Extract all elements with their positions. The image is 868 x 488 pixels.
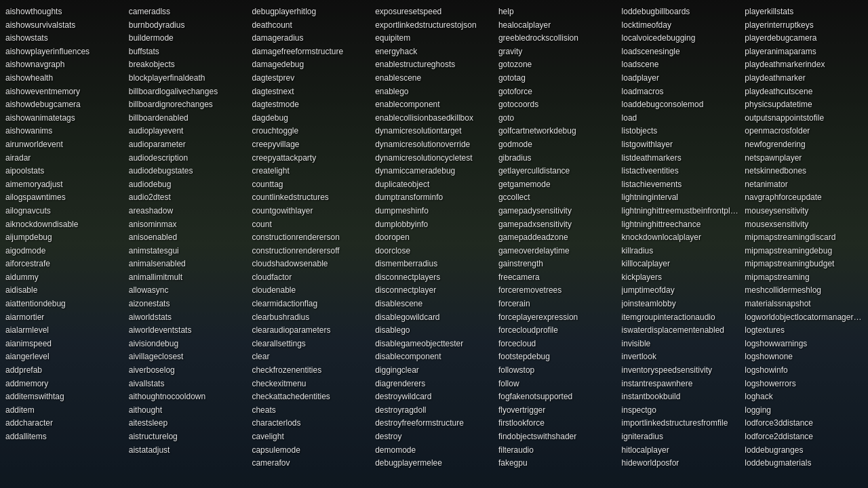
- console-command[interactable]: animstatesgui: [129, 245, 247, 258]
- console-command[interactable]: aiworldstats: [129, 311, 247, 324]
- console-command[interactable]: billboardenabled: [129, 112, 247, 125]
- console-command[interactable]: constructionrenderersoff: [252, 245, 370, 258]
- console-command[interactable]: aiattentiondebug: [5, 298, 123, 310]
- console-command[interactable]: playerdebugcamera: [745, 32, 863, 45]
- console-command[interactable]: diagrenderers: [375, 378, 493, 390]
- console-command[interactable]: inspectgo: [622, 404, 740, 417]
- console-command[interactable]: aigodmode: [5, 245, 123, 258]
- console-command[interactable]: loddebugranges: [745, 444, 863, 457]
- console-command[interactable]: enablestructureghosts: [375, 58, 493, 71]
- console-command[interactable]: deathcount: [252, 19, 370, 32]
- console-command[interactable]: damageradius: [252, 32, 370, 45]
- console-command[interactable]: playerinterruptkeys: [745, 19, 863, 32]
- console-command[interactable]: areashadow: [129, 205, 247, 218]
- console-command[interactable]: mipmapstreamingbudget: [745, 258, 863, 270]
- console-command[interactable]: countgowithlayer: [252, 205, 370, 218]
- console-command[interactable]: aiarmortier: [5, 311, 123, 324]
- console-command[interactable]: mipmapstreamingdebug: [745, 245, 863, 258]
- console-command[interactable]: dumpmeshinfo: [375, 205, 493, 218]
- console-command[interactable]: forcecloud: [498, 338, 616, 350]
- console-command[interactable]: forceplayerexpression: [498, 311, 616, 324]
- console-command[interactable]: playdeathmarkerindex: [745, 58, 863, 71]
- console-command[interactable]: buffstats: [129, 45, 247, 58]
- console-command[interactable]: lightninginterval: [622, 191, 740, 204]
- console-command[interactable]: enablecomponent: [375, 98, 493, 111]
- console-command[interactable]: logshowwarnings: [745, 338, 863, 350]
- console-command[interactable]: aijumpdebug: [5, 231, 123, 244]
- console-command[interactable]: clearmidactionflag: [252, 298, 370, 310]
- console-command[interactable]: fakegpu: [498, 457, 616, 470]
- console-command[interactable]: gravity: [498, 45, 616, 58]
- console-command[interactable]: knockdownlocalplayer: [622, 231, 740, 244]
- console-command[interactable]: logshowerrors: [745, 378, 863, 390]
- console-command[interactable]: logshowinfo: [745, 364, 863, 377]
- console-command[interactable]: dynamicresolutioncycletest: [375, 152, 493, 165]
- console-command[interactable]: cloudfactor: [252, 271, 370, 284]
- console-command[interactable]: dagtestprev: [252, 72, 370, 85]
- console-command[interactable]: aistatadjust: [129, 444, 247, 457]
- console-command[interactable]: aitestsleep: [129, 417, 247, 430]
- console-command[interactable]: audiodebug: [129, 178, 247, 191]
- console-command[interactable]: debugplayermelee: [375, 457, 493, 470]
- console-command[interactable]: disconnectplayers: [375, 271, 493, 284]
- console-command[interactable]: gotoforce: [498, 85, 616, 98]
- console-command[interactable]: joinsteamlobby: [622, 298, 740, 310]
- console-command[interactable]: animalsenabled: [129, 258, 247, 270]
- console-command[interactable]: loaddebugconsolemod: [622, 98, 740, 111]
- console-command[interactable]: creepyattackparty: [252, 152, 370, 165]
- console-command[interactable]: gotocoords: [498, 98, 616, 111]
- console-command[interactable]: aialarmlevel: [5, 324, 123, 337]
- console-command[interactable]: clearallsettings: [252, 338, 370, 350]
- console-command[interactable]: listobjects: [622, 125, 740, 138]
- console-command[interactable]: aianimspeed: [5, 338, 123, 350]
- console-command[interactable]: aishowanims: [5, 125, 123, 138]
- console-command[interactable]: cameradlss: [129, 5, 247, 18]
- console-command[interactable]: aivillageclosest: [129, 350, 247, 363]
- console-command[interactable]: mouseysensitivity: [745, 205, 863, 218]
- console-command[interactable]: checkattachedentities: [252, 390, 370, 403]
- console-command[interactable]: destroywildcard: [375, 390, 493, 403]
- console-command[interactable]: aithought: [129, 404, 247, 417]
- console-command[interactable]: cloudshadowsenable: [252, 258, 370, 270]
- console-command[interactable]: ailogspawntimes: [5, 191, 123, 204]
- console-command[interactable]: dagtestnext: [252, 85, 370, 98]
- console-command[interactable]: equipitem: [375, 32, 493, 45]
- console-command[interactable]: mipmapstreamingdiscard: [745, 231, 863, 244]
- console-command[interactable]: invisible: [622, 338, 740, 350]
- console-command[interactable]: cavelight: [252, 430, 370, 443]
- console-command[interactable]: aipoolstats: [5, 165, 123, 178]
- console-command[interactable]: iswaterdisplacementenabled: [622, 324, 740, 337]
- console-command[interactable]: crouchtoggle: [252, 125, 370, 138]
- console-command[interactable]: meshcollidermeshlog: [745, 284, 863, 297]
- console-command[interactable]: netanimator: [745, 178, 863, 191]
- console-command[interactable]: locktimeofday: [622, 19, 740, 32]
- console-command[interactable]: importlinkedstructuresfromfile: [622, 417, 740, 430]
- console-command[interactable]: loadscene: [622, 58, 740, 71]
- console-command[interactable]: itemgroupinteractionaudio: [622, 311, 740, 324]
- console-command[interactable]: hideworldposfor: [622, 457, 740, 470]
- console-command[interactable]: aistructurelog: [129, 430, 247, 443]
- console-command[interactable]: destroyragdoll: [375, 404, 493, 417]
- console-command[interactable]: instantrespawnhere: [622, 378, 740, 390]
- console-command[interactable]: aishowstats: [5, 32, 123, 45]
- console-command[interactable]: loddebugmaterials: [745, 457, 863, 470]
- console-command[interactable]: clearbushradius: [252, 311, 370, 324]
- console-command[interactable]: getlayerculldistance: [498, 165, 616, 178]
- console-command[interactable]: healocalplayer: [498, 19, 616, 32]
- console-command[interactable]: playdeathmarker: [745, 72, 863, 85]
- console-command[interactable]: freecamera: [498, 271, 616, 284]
- console-command[interactable]: dumplobbyinfo: [375, 218, 493, 231]
- console-command[interactable]: materialssnapshot: [745, 298, 863, 310]
- console-command[interactable]: buildermode: [129, 32, 247, 45]
- console-command[interactable]: diggingclear: [375, 364, 493, 377]
- console-command[interactable]: addcharacter: [5, 417, 123, 430]
- console-command[interactable]: logging: [745, 404, 863, 417]
- console-command[interactable]: aishowhealth: [5, 72, 123, 85]
- console-command[interactable]: dynamicresolutiontarget: [375, 125, 493, 138]
- console-command[interactable]: logshownone: [745, 350, 863, 363]
- console-command[interactable]: airunworldevent: [5, 138, 123, 151]
- console-command[interactable]: dooropen: [375, 231, 493, 244]
- console-command[interactable]: flyovertrigger: [498, 404, 616, 417]
- console-command[interactable]: openmacrosfolder: [745, 125, 863, 138]
- console-command[interactable]: cheats: [252, 404, 370, 417]
